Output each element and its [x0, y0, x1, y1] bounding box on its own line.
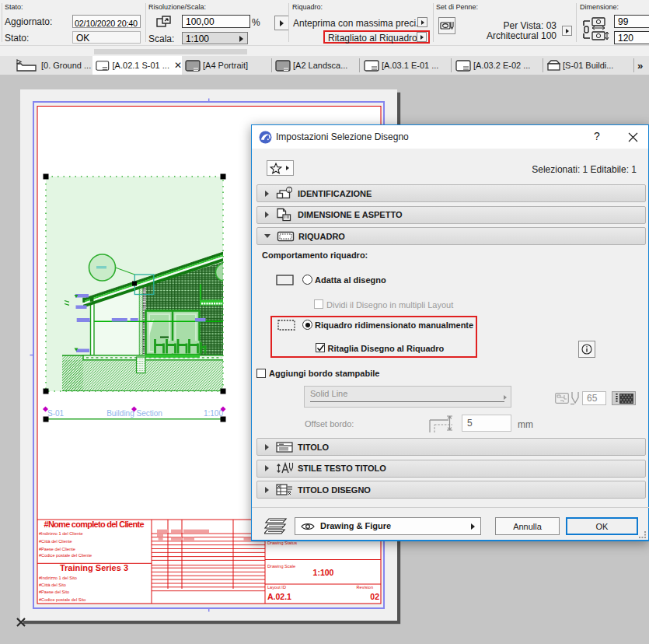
- svg-text:A.02.1: A.02.1: [267, 592, 291, 601]
- svg-text:Layout ID: Layout ID: [267, 585, 286, 590]
- svg-text:Drawing Scale: Drawing Scale: [267, 564, 295, 569]
- svg-text:#Città del Cliente: #Città del Cliente: [39, 539, 72, 544]
- svg-text:#Paese del Cliente: #Paese del Cliente: [39, 547, 75, 551]
- svg-text:Revision: Revision: [357, 585, 373, 590]
- svg-text:#Paese del Sito: #Paese del Sito: [39, 590, 69, 594]
- svg-text:1:100: 1:100: [204, 409, 223, 418]
- svg-text:#Codice postale del Cliente: #Codice postale del Cliente: [39, 553, 92, 558]
- svg-text:02: 02: [370, 592, 379, 601]
- svg-text:#Nome completo del Cliente: #Nome completo del Cliente: [44, 520, 145, 529]
- svg-text:#Codice postale del Sito: #Codice postale del Sito: [39, 597, 85, 602]
- svg-text:#Indirizzo 1 del Cliente: #Indirizzo 1 del Cliente: [39, 531, 83, 536]
- svg-text:S-01: S-01: [47, 409, 65, 418]
- svg-text:Training Series 3: Training Series 3: [60, 563, 128, 572]
- svg-text:#Città del Sito: #Città del Sito: [39, 583, 66, 587]
- svg-text:#Indirizzo 1 del Sito: #Indirizzo 1 del Sito: [39, 576, 77, 580]
- svg-text:1:100: 1:100: [313, 568, 334, 577]
